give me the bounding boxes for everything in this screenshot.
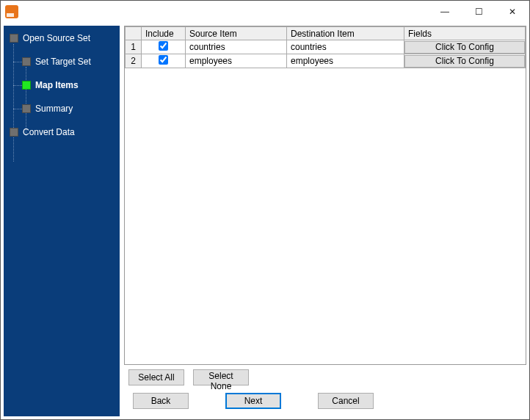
sidebar-item-open-source-set[interactable]: Open Source Set xyxy=(4,32,120,45)
step-marker-icon xyxy=(22,81,31,90)
col-header-include[interactable]: Include xyxy=(142,27,186,40)
sidebar-item-convert-data[interactable]: Convert Data xyxy=(4,126,120,139)
cancel-button[interactable]: Cancel xyxy=(318,393,374,409)
sidebar-item-label: Summary xyxy=(35,104,73,114)
app-icon xyxy=(5,5,18,18)
destination-item-cell[interactable]: countries xyxy=(287,40,404,54)
selection-buttons: Select All Select None xyxy=(124,365,526,388)
sidebar-item-label: Set Target Set xyxy=(35,57,91,67)
col-header-fields[interactable]: Fields xyxy=(404,27,526,40)
next-button[interactable]: Next xyxy=(225,393,281,409)
col-header-destination[interactable]: Destination Item xyxy=(287,27,404,40)
minimize-button[interactable]: — xyxy=(428,1,462,23)
step-marker-icon xyxy=(10,34,18,43)
window-titlebar: — ☐ ✕ xyxy=(1,1,529,23)
col-header-source[interactable]: Source Item xyxy=(186,27,287,40)
maximize-button[interactable]: ☐ xyxy=(462,1,495,23)
include-checkbox[interactable] xyxy=(159,55,168,65)
source-item-cell[interactable]: countries xyxy=(186,40,287,54)
table-row: 1 countries countries Click To Config xyxy=(126,40,526,54)
destination-item-cell[interactable]: employees xyxy=(287,54,404,68)
row-number: 2 xyxy=(126,54,142,68)
sidebar-item-summary[interactable]: Summary xyxy=(4,102,120,115)
config-fields-button[interactable]: Click To Config xyxy=(404,41,525,54)
sidebar-item-label: Map Items xyxy=(35,80,79,90)
step-marker-icon xyxy=(22,57,31,66)
include-checkbox[interactable] xyxy=(159,41,168,51)
sidebar-item-map-items[interactable]: Map Items xyxy=(4,79,120,92)
table-row: 2 employees employees Click To Config xyxy=(126,54,526,68)
sidebar-item-label: Open Source Set xyxy=(23,33,90,43)
step-marker-icon xyxy=(22,104,31,113)
wizard-nav-buttons: Back Next Cancel xyxy=(124,388,526,416)
back-button[interactable]: Back xyxy=(133,393,189,409)
config-fields-button[interactable]: Click To Config xyxy=(404,55,525,68)
col-header-row xyxy=(126,27,142,40)
select-all-button[interactable]: Select All xyxy=(128,369,184,385)
sidebar-item-set-target-set[interactable]: Set Target Set xyxy=(4,55,120,68)
select-none-button[interactable]: Select None xyxy=(193,369,249,385)
mapping-grid: Include Source Item Destination Item Fie… xyxy=(124,26,526,365)
window-controls: — ☐ ✕ xyxy=(428,1,529,23)
source-item-cell[interactable]: employees xyxy=(186,54,287,68)
wizard-sidebar: Open Source Set Set Target Set Map Items… xyxy=(4,26,120,416)
sidebar-item-label: Convert Data xyxy=(23,127,75,137)
row-number: 1 xyxy=(126,40,142,54)
close-button[interactable]: ✕ xyxy=(495,1,529,23)
step-marker-icon xyxy=(10,128,18,137)
main-panel: Include Source Item Destination Item Fie… xyxy=(124,26,526,416)
